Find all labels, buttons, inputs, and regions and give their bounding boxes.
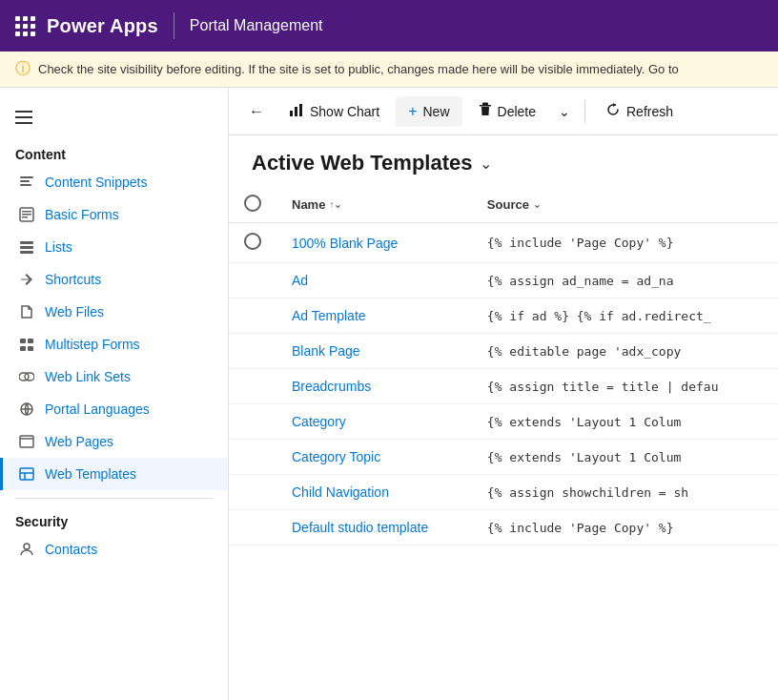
table-row: Category Topic {% extends 'Layout 1 Colu… — [229, 440, 778, 475]
sidebar-label: Lists — [45, 239, 72, 255]
page-title-chevron-icon[interactable]: ⌄ — [480, 154, 492, 173]
row-radio[interactable] — [244, 233, 261, 250]
source-sort-icon: ⌄ — [533, 199, 541, 210]
chart-icon — [289, 102, 304, 120]
webpage-icon — [18, 433, 35, 450]
table-row: 100% Blank Page {% include 'Page Copy' %… — [229, 223, 778, 263]
row-name-cell[interactable]: Category — [276, 404, 472, 440]
table-row: Blank Page {% editable page 'adx_copy — [229, 334, 778, 369]
row-select-cell[interactable] — [229, 223, 276, 263]
list-icon — [18, 238, 35, 256]
info-message: Check the site visibility before editing… — [38, 62, 679, 76]
plus-icon: + — [408, 103, 417, 120]
sidebar-item-content-snippets[interactable]: Content Snippets — [0, 166, 228, 198]
sidebar-item-shortcuts[interactable]: Shortcuts — [0, 263, 228, 296]
snippet-icon — [18, 174, 35, 191]
info-bar: ⓘ Check the site visibility before editi… — [0, 51, 778, 88]
svg-rect-8 — [20, 246, 33, 249]
row-name-cell[interactable]: Child Navigation — [276, 475, 472, 510]
sidebar-label: Web Link Sets — [45, 369, 131, 384]
row-select-cell[interactable] — [229, 440, 276, 475]
sidebar-item-contacts[interactable]: Contacts — [0, 533, 228, 566]
content-area: ← Show Chart + New Delete ⌄ — [229, 88, 778, 700]
back-button[interactable]: ← — [240, 96, 273, 127]
sidebar-item-web-templates[interactable]: Web Templates — [0, 458, 228, 490]
sidebar-label: Basic Forms — [45, 207, 119, 222]
row-select-cell[interactable] — [229, 404, 276, 440]
sidebar-label: Web Files — [45, 304, 104, 319]
svg-rect-0 — [20, 176, 33, 178]
toolbar: ← Show Chart + New Delete ⌄ — [229, 88, 778, 135]
svg-point-17 — [24, 544, 30, 549]
table-row: Ad {% assign ad_name = ad_na — [229, 263, 778, 299]
app-name: Power Apps — [47, 15, 158, 37]
sidebar-item-web-pages[interactable]: Web Pages — [0, 425, 228, 458]
hamburger-menu[interactable] — [0, 95, 228, 139]
link-icon — [18, 368, 35, 385]
svg-rect-4 — [22, 211, 31, 213]
source-column-header[interactable]: Source ⌄ — [472, 187, 778, 223]
multistep-icon — [18, 336, 35, 353]
svg-rect-9 — [20, 251, 33, 254]
svg-rect-18 — [290, 111, 293, 116]
dropdown-button[interactable]: ⌄ — [552, 97, 577, 126]
row-select-cell[interactable] — [229, 334, 276, 369]
svg-rect-7 — [20, 241, 33, 244]
svg-rect-19 — [295, 107, 297, 116]
name-column-header[interactable]: Name ↑⌄ — [276, 187, 472, 223]
sidebar-item-multistep-forms[interactable]: Multistep Forms — [0, 328, 228, 360]
page-name: Portal Management — [190, 17, 323, 34]
row-name-cell[interactable]: Category Topic — [276, 440, 472, 475]
info-icon: ⓘ — [15, 59, 31, 79]
refresh-icon — [605, 102, 621, 120]
row-select-cell[interactable] — [229, 369, 276, 404]
row-name-cell[interactable]: Breadcrumbs — [276, 369, 472, 404]
row-source-cell: {% if ad %} {% if ad.redirect_ — [472, 299, 778, 334]
svg-rect-16 — [20, 468, 33, 480]
row-source-cell: {% assign ad_name = ad_na — [472, 263, 778, 299]
table-row: Child Navigation {% assign showchildren … — [229, 475, 778, 510]
row-select-cell[interactable] — [229, 263, 276, 299]
row-name-cell[interactable]: Ad — [276, 263, 472, 299]
contact-icon — [18, 541, 35, 558]
table-row: Default studio template {% include 'Page… — [229, 510, 778, 546]
table-row: Breadcrumbs {% assign title = title | de… — [229, 369, 778, 404]
row-name-cell[interactable]: Ad Template — [276, 299, 472, 334]
row-select-cell[interactable] — [229, 475, 276, 510]
row-name-cell[interactable]: Blank Page — [276, 334, 472, 369]
row-source-cell: {% assign title = title | defau — [472, 369, 778, 404]
sidebar-item-lists[interactable]: Lists — [0, 231, 228, 263]
sidebar-item-basic-forms[interactable]: Basic Forms — [0, 198, 228, 231]
show-chart-button[interactable]: Show Chart — [276, 95, 392, 127]
delete-button[interactable]: Delete — [466, 95, 548, 127]
waffle-icon[interactable] — [15, 16, 35, 36]
sidebar-item-web-link-sets[interactable]: Web Link Sets — [0, 360, 228, 393]
source-sort[interactable]: Source ⌄ — [487, 197, 541, 212]
select-all-radio[interactable] — [244, 195, 261, 212]
source-header-label: Source — [487, 197, 529, 212]
row-name-cell[interactable]: 100% Blank Page — [276, 223, 472, 263]
svg-rect-15 — [20, 436, 33, 447]
new-button[interactable]: + New — [396, 96, 461, 127]
row-source-cell: {% include 'Page Copy' %} — [472, 223, 778, 263]
data-table: Name ↑⌄ Source ⌄ — [229, 187, 778, 546]
row-name-cell[interactable]: Default studio template — [276, 510, 472, 546]
row-select-cell[interactable] — [229, 510, 276, 546]
security-section-title: Security — [0, 506, 228, 533]
select-all-header[interactable] — [229, 187, 276, 223]
sidebar-item-web-files[interactable]: Web Files — [0, 296, 228, 328]
sidebar-item-portal-languages[interactable]: Portal Languages — [0, 393, 228, 425]
top-bar-divider — [174, 12, 174, 39]
row-source-cell: {% editable page 'adx_copy — [472, 334, 778, 369]
table-row: Category {% extends 'Layout 1 Colum — [229, 404, 778, 440]
form-icon — [18, 206, 35, 223]
refresh-button[interactable]: Refresh — [593, 95, 686, 127]
row-source-cell: {% include 'Page Copy' %} — [472, 510, 778, 546]
page-title: Active Web Templates — [252, 151, 472, 175]
name-sort[interactable]: Name ↑⌄ — [292, 197, 341, 212]
row-select-cell[interactable] — [229, 299, 276, 334]
svg-rect-12 — [20, 346, 26, 351]
sidebar-label: Multistep Forms — [45, 337, 140, 352]
show-chart-label: Show Chart — [310, 104, 379, 119]
svg-rect-13 — [28, 346, 33, 351]
